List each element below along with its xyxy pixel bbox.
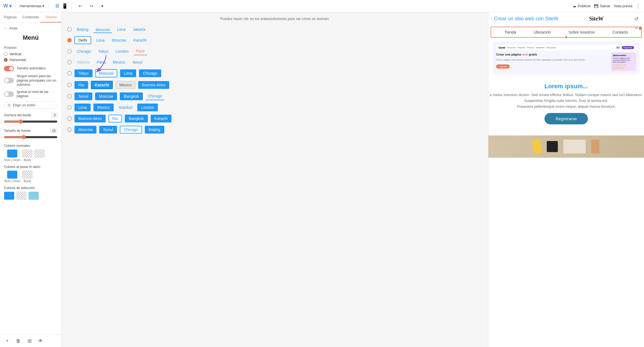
row3-paris[interactable]: Paris xyxy=(134,47,147,55)
row10-chicago[interactable]: Chicago xyxy=(120,126,142,134)
herramientas-menu[interactable]: Herramientas ▾ xyxy=(20,4,44,8)
radio-vertical-label: Vertical xyxy=(9,52,21,56)
row1-lima[interactable]: Lima xyxy=(115,26,128,33)
nav-item-ubicacion[interactable]: Ubicación xyxy=(534,30,551,34)
sitew-logo: SiteW xyxy=(589,16,603,22)
row7-moscow[interactable]: Moscow xyxy=(95,92,117,100)
swatch-texto-fondo-color[interactable] xyxy=(7,149,18,158)
swatch-sel-1-color[interactable] xyxy=(4,192,14,200)
row1-jakarta[interactable]: Jakarta xyxy=(131,26,148,33)
layers-button[interactable]: ⊞ xyxy=(26,337,33,345)
mini-nav-registrar[interactable]: Registrate xyxy=(622,46,634,49)
row10-beijing[interactable]: Beijing xyxy=(145,126,164,134)
logo[interactable]: W ▾ xyxy=(3,3,12,9)
nav-item-sobre-nosotros[interactable]: Sobre nosotros xyxy=(568,30,595,34)
row2-moscow[interactable]: Moscow xyxy=(110,37,128,44)
swatch-raton-borde-color[interactable] xyxy=(22,170,33,179)
toggle-ningun-switch[interactable] xyxy=(4,78,14,83)
swatch-raton-texto-color[interactable] xyxy=(7,170,18,179)
row2-lima[interactable]: Lima xyxy=(94,37,107,44)
row10-seoul[interactable]: Seoul xyxy=(99,126,117,134)
swatch-extra-color[interactable] xyxy=(34,149,45,158)
row9-rio[interactable]: Rio xyxy=(108,115,122,122)
device-mobile-icon[interactable]: 📱 xyxy=(62,3,68,9)
add-button[interactable]: + xyxy=(3,337,11,345)
radio-row-6[interactable] xyxy=(67,83,72,87)
anchura-borde-slider[interactable] xyxy=(4,119,58,124)
mini-nav: SiteW Solución Clientes Precios Empresa … xyxy=(496,45,636,50)
tab-paginas[interactable]: Páginas xyxy=(0,12,21,22)
tamano-fuente-section: Tamaño de fuente 18 xyxy=(4,128,58,140)
row9-bangkok[interactable]: Bangkok xyxy=(125,115,148,122)
row6-rio[interactable]: Rio xyxy=(74,81,88,89)
tab-diseno[interactable]: Diseño xyxy=(41,12,61,22)
row10-moscow[interactable]: Moscow xyxy=(74,126,96,134)
vista-previa-button[interactable]: Vista previa xyxy=(613,4,632,8)
visibility-button[interactable]: 👁 xyxy=(37,337,44,345)
mini-ingresar-btn[interactable]: Ingresar xyxy=(496,64,510,69)
row4-jakarta[interactable]: Jakarta xyxy=(74,59,92,66)
row6-mexico[interactable]: Mexico xyxy=(116,81,135,89)
row7-seoul[interactable]: Seoul xyxy=(74,92,92,100)
toggle-ignorar-switch[interactable] xyxy=(4,91,14,97)
row2-karachi[interactable]: Karachi xyxy=(131,37,149,44)
row3-chicago[interactable]: Chicago xyxy=(74,48,93,55)
radio-row-9[interactable] xyxy=(67,116,72,121)
nav-item-contacto[interactable]: Contacto xyxy=(612,30,628,34)
radio-row-5[interactable] xyxy=(67,71,72,76)
radio-row-1[interactable] xyxy=(67,27,72,32)
back-link[interactable]: ← Atrás xyxy=(4,26,58,30)
row9-karachi[interactable]: Karachi xyxy=(151,115,171,122)
radio-row-8[interactable] xyxy=(67,105,72,110)
row3-tokyo[interactable]: Tokyo xyxy=(96,48,111,55)
nav-item-tienda[interactable]: Tienda xyxy=(504,30,516,34)
undo-button[interactable]: ↩ xyxy=(76,2,84,10)
row6-karachi[interactable]: Karachi xyxy=(91,81,113,89)
row8-istanbul[interactable]: Istanbul xyxy=(116,104,135,111)
row9-buenos-aires[interactable]: Buenos-Aires xyxy=(74,115,106,122)
row4-seoul[interactable]: Seoul xyxy=(130,59,145,66)
salvar-button[interactable]: 💾 Salvar xyxy=(594,4,610,8)
more-button[interactable]: ▾ xyxy=(98,2,106,10)
row5-lima[interactable]: Lima xyxy=(120,69,136,77)
row7-bangkok[interactable]: Bangkok xyxy=(120,92,143,100)
radio-row-10[interactable] xyxy=(67,127,72,132)
swatch-sel-3 xyxy=(28,192,39,200)
row8-lima[interactable]: Lima xyxy=(74,104,91,111)
logo-arrow[interactable]: ▾ xyxy=(9,3,12,9)
swatch-sel-2-color[interactable] xyxy=(16,192,27,200)
topbar-dots-menu[interactable]: ⋮ xyxy=(636,3,641,9)
row6-buenos-aires[interactable]: Buenos-Aires xyxy=(138,81,169,89)
row3-london[interactable]: London xyxy=(113,48,131,55)
radio-vertical[interactable]: Vertical xyxy=(4,52,58,56)
row1-moscow[interactable]: Moscow xyxy=(93,26,112,33)
refresh-button[interactable]: ↺ xyxy=(634,16,638,22)
swatch-extra xyxy=(34,149,45,158)
swatch-sel-3-color[interactable] xyxy=(28,192,39,200)
row2-delhi[interactable]: Delhi xyxy=(74,36,91,44)
radio-row-4[interactable] xyxy=(67,60,72,64)
row8-london[interactable]: London xyxy=(137,104,158,111)
device-desktop-icon[interactable]: 🖥 xyxy=(54,3,59,9)
row4-paris[interactable]: Paris xyxy=(95,59,108,66)
redo-button[interactable]: ↪ xyxy=(87,2,95,10)
row7-chicago[interactable]: Chicago xyxy=(146,92,164,100)
row5-moscow[interactable]: Moscow xyxy=(95,69,117,77)
radio-row-2[interactable] xyxy=(67,38,72,42)
radio-horizontal[interactable]: Horizontal xyxy=(4,58,58,62)
delete-button[interactable]: 🗑 xyxy=(14,337,22,345)
radio-row-7[interactable] xyxy=(67,94,72,99)
row5-tokyo[interactable]: Tokyo xyxy=(74,69,93,77)
row1-beijing[interactable]: Beijing xyxy=(74,26,91,33)
tab-contenido[interactable]: Contenido xyxy=(21,12,41,22)
radio-row-3[interactable] xyxy=(67,49,72,54)
toggle-tamano-switch[interactable] xyxy=(4,66,14,71)
publicar-button[interactable]: ☁ Publicar xyxy=(573,4,591,8)
tamano-fuente-slider[interactable] xyxy=(4,135,58,139)
swatch-borde-color[interactable] xyxy=(22,149,33,158)
style-selector[interactable]: ⊙ Elige un estilo xyxy=(4,101,58,109)
row4-mexico[interactable]: Mexico xyxy=(111,59,127,66)
register-button[interactable]: Registrarse xyxy=(544,113,588,124)
row8-mexico[interactable]: Mexico xyxy=(93,104,113,111)
row5-chicago[interactable]: Chicago xyxy=(139,69,161,77)
